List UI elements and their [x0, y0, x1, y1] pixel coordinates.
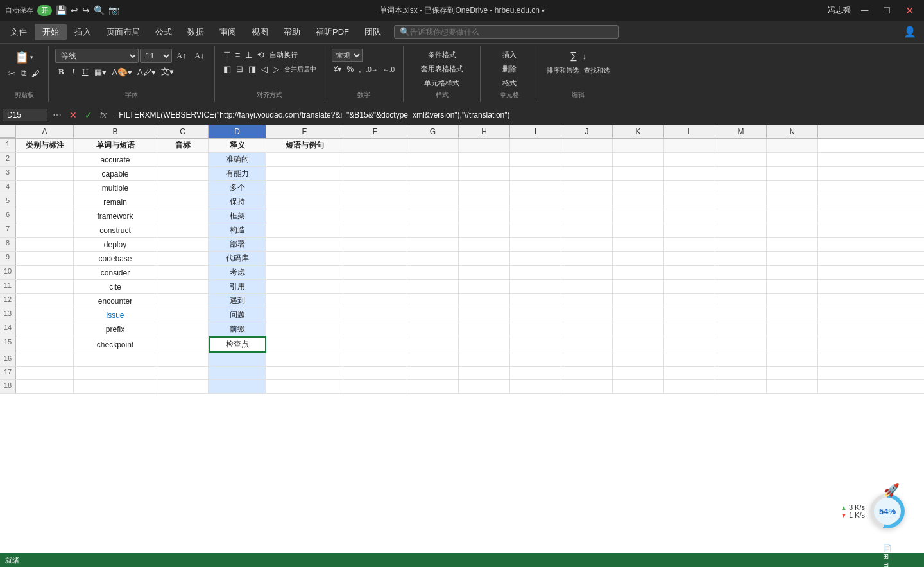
- search-bar[interactable]: 🔍: [394, 25, 619, 39]
- cell-c4[interactable]: [157, 181, 209, 195]
- cell-b16[interactable]: [74, 353, 157, 366]
- cell-d5[interactable]: 保持: [209, 195, 266, 209]
- cell-k8[interactable]: [613, 238, 664, 251]
- cell-e10[interactable]: [266, 266, 343, 279]
- cell-g6[interactable]: [407, 209, 459, 223]
- cell-j2[interactable]: [561, 153, 613, 166]
- find-select-button[interactable]: 查找和选: [582, 65, 612, 76]
- cell-j17[interactable]: [561, 367, 613, 379]
- delete-cell-button[interactable]: 删除: [501, 63, 518, 75]
- menu-home[interactable]: 开始: [35, 24, 67, 40]
- cell-b10[interactable]: consider: [74, 266, 157, 279]
- cell-m17[interactable]: [715, 367, 767, 379]
- font-name-select[interactable]: 等线: [55, 49, 139, 63]
- cell-e17[interactable]: [266, 367, 343, 379]
- cell-n9[interactable]: [767, 252, 818, 265]
- cell-a15[interactable]: [16, 336, 74, 353]
- cell-n4[interactable]: [767, 181, 818, 195]
- cell-k10[interactable]: [613, 266, 664, 279]
- cell-l1[interactable]: [664, 139, 715, 152]
- cell-c13[interactable]: [157, 308, 209, 322]
- cell-e3[interactable]: [266, 167, 343, 180]
- cell-m18[interactable]: [715, 380, 767, 393]
- fill-button[interactable]: ↓: [581, 50, 589, 62]
- cell-n1[interactable]: [767, 139, 818, 152]
- cell-f8[interactable]: [343, 238, 407, 251]
- cell-b1[interactable]: 单词与短语: [74, 139, 157, 152]
- cell-n11[interactable]: [767, 280, 818, 293]
- cell-n10[interactable]: [767, 266, 818, 279]
- cell-c18[interactable]: [157, 380, 209, 393]
- cell-a13[interactable]: [16, 308, 74, 322]
- cell-l2[interactable]: [664, 153, 715, 166]
- menu-file[interactable]: 文件: [3, 24, 35, 40]
- cell-n17[interactable]: [767, 367, 818, 379]
- col-header-j[interactable]: J: [561, 125, 613, 138]
- decimal-decrease-button[interactable]: ←.0: [381, 65, 397, 74]
- cell-i11[interactable]: [510, 280, 561, 293]
- cell-l18[interactable]: [664, 380, 715, 393]
- cell-i16[interactable]: [510, 353, 561, 366]
- cell-k4[interactable]: [613, 181, 664, 195]
- cell-l3[interactable]: [664, 167, 715, 180]
- cell-h11[interactable]: [459, 280, 510, 293]
- cell-m6[interactable]: [715, 209, 767, 223]
- indent-decrease-button[interactable]: ◁: [259, 63, 270, 75]
- cell-j16[interactable]: [561, 353, 613, 366]
- cell-d6[interactable]: 框架: [209, 209, 266, 223]
- cell-k2[interactable]: [613, 153, 664, 166]
- cell-b14[interactable]: prefix: [74, 322, 157, 336]
- cell-n14[interactable]: [767, 322, 818, 336]
- cell-g17[interactable]: [407, 367, 459, 379]
- table-format-button[interactable]: 套用表格格式: [419, 63, 465, 75]
- maximize-button[interactable]: □: [878, 4, 895, 16]
- cell-j12[interactable]: [561, 294, 613, 308]
- cell-h1[interactable]: [459, 139, 510, 152]
- align-top-button[interactable]: ⊤: [221, 49, 232, 61]
- cell-h6[interactable]: [459, 209, 510, 223]
- cell-n6[interactable]: [767, 209, 818, 223]
- cell-a14[interactable]: [16, 322, 74, 336]
- col-header-e[interactable]: E: [266, 125, 343, 138]
- cell-d13[interactable]: 问题: [209, 308, 266, 322]
- menu-help[interactable]: 帮助: [276, 24, 308, 40]
- cell-f10[interactable]: [343, 266, 407, 279]
- cell-j1[interactable]: [561, 139, 613, 152]
- col-header-f[interactable]: F: [343, 125, 407, 138]
- cut-button[interactable]: ✂: [6, 67, 17, 80]
- cell-n5[interactable]: [767, 195, 818, 209]
- border-button[interactable]: ▦▾: [92, 66, 108, 78]
- menu-team[interactable]: 团队: [357, 24, 389, 40]
- col-header-c[interactable]: C: [157, 125, 209, 138]
- cell-c5[interactable]: [157, 195, 209, 209]
- cell-a18[interactable]: [16, 380, 74, 393]
- format-cell-button[interactable]: 格式: [501, 77, 518, 89]
- status-view-layout[interactable]: ⊞: [883, 552, 919, 561]
- col-header-i[interactable]: I: [510, 125, 561, 138]
- cell-j8[interactable]: [561, 238, 613, 251]
- cell-n16[interactable]: [767, 353, 818, 366]
- cell-e11[interactable]: [266, 280, 343, 293]
- cell-i10[interactable]: [510, 266, 561, 279]
- cell-styles-button[interactable]: 单元格样式: [422, 77, 461, 89]
- autosave-toggle[interactable]: 开: [37, 5, 52, 16]
- cell-k12[interactable]: [613, 294, 664, 308]
- cell-j13[interactable]: [561, 308, 613, 322]
- cell-d17[interactable]: [209, 367, 266, 379]
- cell-d12[interactable]: 遇到: [209, 294, 266, 308]
- cell-a2[interactable]: [16, 153, 74, 166]
- cell-e2[interactable]: [266, 153, 343, 166]
- cell-i6[interactable]: [510, 209, 561, 223]
- cell-j7[interactable]: [561, 223, 613, 237]
- cell-i12[interactable]: [510, 294, 561, 308]
- cell-l8[interactable]: [664, 238, 715, 251]
- cell-l10[interactable]: [664, 266, 715, 279]
- cell-f12[interactable]: [343, 294, 407, 308]
- cell-m2[interactable]: [715, 153, 767, 166]
- cell-b4[interactable]: multiple: [74, 181, 157, 195]
- cell-k14[interactable]: [613, 322, 664, 336]
- cell-h3[interactable]: [459, 167, 510, 180]
- cell-j18[interactable]: [561, 380, 613, 393]
- cell-e13[interactable]: [266, 308, 343, 322]
- cell-e7[interactable]: [266, 223, 343, 237]
